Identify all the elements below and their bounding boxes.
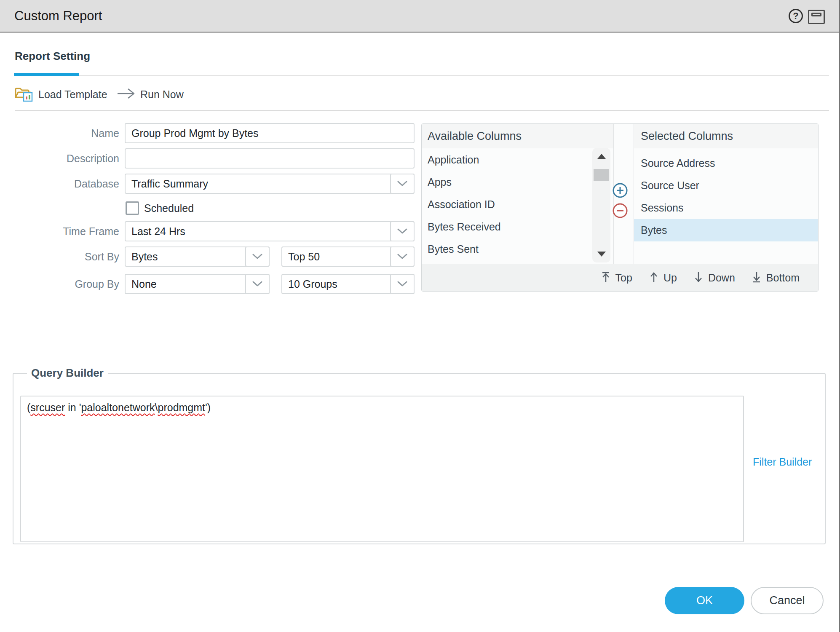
available-columns-scrollbar[interactable]	[592, 148, 610, 262]
chevron-down-icon	[390, 221, 415, 241]
scrollbar-thumb[interactable]	[594, 169, 609, 181]
query-builder-legend: Query Builder	[27, 367, 108, 380]
group-count-select[interactable]: 10 Groups	[281, 274, 415, 294]
cancel-button[interactable]: Cancel	[751, 587, 824, 614]
available-column-item[interactable]: Application	[428, 149, 590, 171]
sort-top-select[interactable]: Top 50	[281, 246, 415, 267]
sort-by-select[interactable]: Bytes	[125, 246, 270, 267]
custom-report-dialog: Custom Report ? Report Setting Load Temp…	[0, 0, 840, 632]
group-by-select-value: None	[131, 275, 157, 293]
group-by-select[interactable]: None	[125, 274, 270, 294]
scheduled-checkbox[interactable]	[126, 201, 139, 215]
selected-column-item-highlighted[interactable]: Bytes	[634, 219, 819, 241]
available-column-item[interactable]: Association ID	[428, 193, 590, 216]
scroll-up-arrow-icon[interactable]	[597, 154, 606, 159]
database-select-value: Traffic Summary	[131, 174, 208, 193]
move-bottom-label: Bottom	[766, 272, 800, 284]
ok-button[interactable]: OK	[665, 587, 744, 614]
help-icon[interactable]: ?	[789, 9, 803, 23]
name-input[interactable]	[125, 123, 415, 143]
selected-column-item[interactable]: Source Address	[634, 152, 819, 174]
popout-window-icon[interactable]	[808, 10, 825, 24]
move-top-icon	[600, 271, 611, 285]
remove-column-button[interactable]	[612, 202, 629, 219]
move-down-icon	[693, 271, 704, 285]
selected-column-item[interactable]: Sessions	[634, 197, 819, 219]
run-now-label: Run Now	[140, 88, 184, 101]
add-column-button[interactable]	[612, 182, 629, 199]
sort-by-select-value: Bytes	[131, 247, 158, 266]
time-frame-select[interactable]: Last 24 Hrs	[125, 221, 415, 241]
available-columns-header: Available Columns	[422, 124, 613, 148]
column-picker-panel: Available Columns Selected Columns Appli…	[421, 123, 819, 292]
dialog-title: Custom Report	[14, 0, 102, 32]
load-template-button[interactable]: Load Template	[14, 83, 107, 106]
query-text: ')	[205, 402, 211, 413]
query-input[interactable]: (srcuser in 'paloaltonetwork\prodmgmt')	[20, 396, 744, 542]
query-text: in '	[65, 402, 81, 413]
move-top-label: Top	[615, 272, 632, 284]
query-text-misspelled: paloaltonetwork	[81, 402, 155, 413]
chevron-down-icon	[245, 274, 270, 294]
sort-by-label: Sort By	[0, 246, 119, 267]
selected-column-item[interactable]: Source User	[634, 174, 819, 197]
database-label: Database	[0, 174, 119, 194]
move-up-icon	[648, 271, 659, 285]
scroll-down-arrow-icon[interactable]	[597, 252, 606, 257]
sort-top-select-value: Top 50	[288, 247, 320, 266]
available-column-item[interactable]: Apps	[428, 171, 590, 193]
time-frame-label: Time Frame	[0, 221, 119, 241]
available-columns-list: Application Apps Association ID Bytes Re…	[422, 149, 590, 260]
run-now-arrow-icon	[117, 88, 135, 101]
move-up-label: Up	[663, 272, 677, 284]
load-template-icon	[14, 85, 33, 104]
run-now-button[interactable]: Run Now	[117, 83, 184, 106]
time-frame-select-value: Last 24 Hrs	[131, 222, 185, 241]
move-up-button[interactable]: Up	[648, 271, 677, 285]
query-text-misspelled: srcuser	[30, 402, 65, 413]
load-template-label: Load Template	[38, 88, 107, 101]
database-select[interactable]: Traffic Summary	[125, 174, 415, 194]
column-order-toolbar: Top Up Down	[422, 264, 818, 292]
move-bottom-icon	[751, 271, 762, 285]
move-top-button[interactable]: Top	[600, 271, 632, 285]
popout-window-icon-bar	[811, 13, 821, 16]
titlebar: Custom Report ?	[0, 0, 840, 33]
available-column-item[interactable]: Bytes Sent	[428, 238, 590, 260]
chevron-down-icon	[390, 174, 415, 194]
tab-separator	[15, 75, 829, 76]
query-text-misspelled: prodmgmt	[158, 402, 206, 413]
available-column-item[interactable]: Bytes Received	[428, 216, 590, 238]
active-tab-underline	[14, 73, 79, 76]
chevron-down-icon	[390, 274, 415, 294]
move-bottom-button[interactable]: Bottom	[751, 271, 800, 285]
chevron-down-icon	[390, 246, 415, 267]
chevron-down-icon	[245, 246, 270, 267]
filter-builder-link[interactable]: Filter Builder	[753, 456, 812, 468]
description-input[interactable]	[125, 148, 415, 169]
description-label: Description	[0, 148, 119, 169]
move-down-button[interactable]: Down	[693, 271, 735, 285]
name-label: Name	[0, 123, 119, 143]
selected-columns-header: Selected Columns	[634, 124, 819, 148]
move-down-label: Down	[708, 272, 735, 284]
query-text: \	[155, 402, 158, 413]
query-builder-fieldset: Query Builder (srcuser in 'paloaltonetwo…	[13, 367, 826, 544]
toolbar-separator	[15, 110, 829, 111]
group-by-label: Group By	[0, 274, 119, 294]
tab-report-setting[interactable]: Report Setting	[15, 50, 90, 63]
selected-columns-list: Source Address Source User Sessions Byte…	[634, 149, 819, 241]
scheduled-label: Scheduled	[144, 201, 194, 215]
group-count-select-value: 10 Groups	[288, 275, 337, 293]
